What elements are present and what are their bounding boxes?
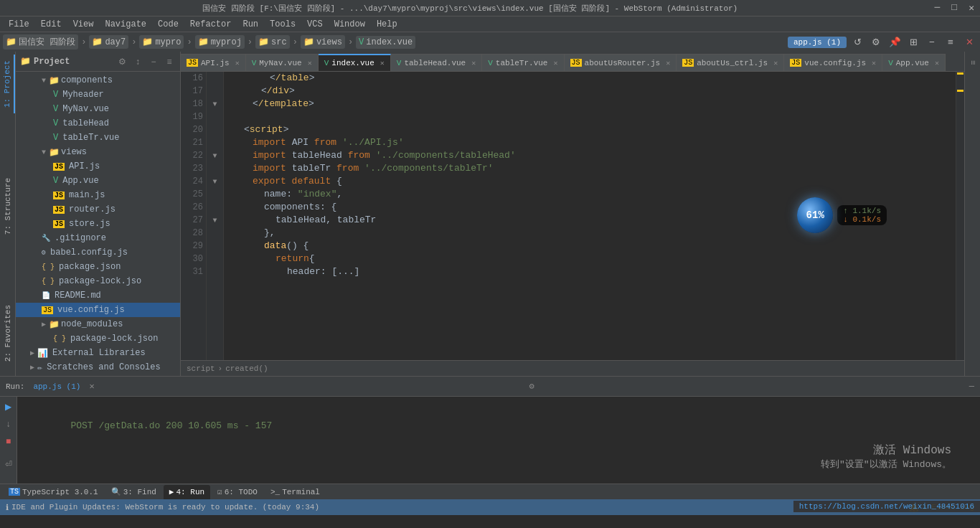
tree-item-tabletr[interactable]: V tableTr.vue xyxy=(16,131,180,145)
nav-collapse-btn[interactable]: − xyxy=(924,34,940,50)
menu-code[interactable]: Code xyxy=(152,16,184,32)
menu-run[interactable]: Run xyxy=(237,16,264,32)
md-icon: 📄 xyxy=(42,291,50,300)
tree-item-packagejson[interactable]: { } package.json xyxy=(16,260,180,274)
sidebar-tab-structure[interactable]: 7: Structure xyxy=(1,172,14,240)
menu-window[interactable]: Window xyxy=(329,16,371,32)
tab-close-aboutusrouter[interactable]: ✕ xyxy=(666,59,670,67)
panel-more-btn[interactable]: ≡ xyxy=(163,55,176,68)
run-close-btn[interactable]: ✕ xyxy=(89,381,94,392)
tab-mynav[interactable]: V MyNav.vue ✕ xyxy=(246,54,319,71)
tab-appvue[interactable]: V App.vue ✕ xyxy=(882,54,946,71)
active-file-badge[interactable]: app.js (1) xyxy=(788,37,847,48)
tab-close-mynav[interactable]: ✕ xyxy=(308,59,312,67)
bottom-tab-find[interactable]: 🔍 3: Find xyxy=(105,485,162,499)
status-update-msg[interactable]: ℹ IDE and Plugin Updates: WebStorm is re… xyxy=(6,503,319,512)
tree-item-appvue[interactable]: V App.vue xyxy=(16,174,180,188)
tab-indexvue[interactable]: V index.vue ✕ xyxy=(319,54,391,71)
bc-created[interactable]: created() xyxy=(225,364,268,373)
tree-item-nodemodules[interactable]: ▶ 📁 node_modules xyxy=(16,317,180,331)
run-scroll-btn[interactable]: ↓ xyxy=(1,417,16,431)
menu-file[interactable]: File xyxy=(3,16,35,32)
run-settings-btn[interactable]: ⚙ xyxy=(529,381,534,392)
nav-crumb-root[interactable]: 📁 国信安 四阶段 xyxy=(3,34,78,50)
menu-tools[interactable]: Tools xyxy=(264,16,301,32)
run-gear2-btn[interactable]: — xyxy=(969,382,974,392)
run-stop-btn[interactable]: ■ xyxy=(1,434,16,448)
tab-tabletr[interactable]: V tableTr.vue ✕ xyxy=(482,54,564,71)
tab-close-vueconfig[interactable]: ✕ xyxy=(872,59,876,67)
menu-refactor[interactable]: Refactor xyxy=(184,16,237,32)
tab-aboutusrouter[interactable]: JS aboutUsRouter.js ✕ xyxy=(565,54,677,71)
tree-item-gitignore[interactable]: 🔧 .gitignore xyxy=(16,231,180,245)
run-restart-btn[interactable]: ▶ xyxy=(1,400,16,414)
run-tab[interactable]: app.js (1) xyxy=(30,382,83,391)
bottom-tab-typescript[interactable]: TS TypeScript 3.0.1 xyxy=(3,485,104,499)
bottom-tab-run[interactable]: ▶ 4: Run xyxy=(164,485,210,499)
nav-close-btn[interactable]: ✕ xyxy=(961,34,977,50)
tab-close-aboutusctrl[interactable]: ✕ xyxy=(773,59,778,67)
maximize-button[interactable]: □ xyxy=(951,2,957,14)
fold-24[interactable]: ▼ xyxy=(207,149,223,162)
tab-apijs[interactable]: JS API.js ✕ xyxy=(181,54,246,71)
fold-20[interactable]: ▼ xyxy=(207,98,223,110)
tree-item-extlibs[interactable]: ▶ 📊 External Libraries xyxy=(16,346,180,360)
nav-pin-btn[interactable]: 📌 xyxy=(887,34,903,50)
tree-item-tablehead[interactable]: V tableHead xyxy=(16,116,180,131)
minimize-button[interactable]: ─ xyxy=(935,2,941,14)
menu-navigate[interactable]: Navigate xyxy=(99,16,152,32)
menu-view[interactable]: View xyxy=(67,16,100,32)
fold-29[interactable]: ▼ xyxy=(207,214,223,227)
close-button[interactable]: ✕ xyxy=(969,2,974,14)
right-sidebar-btn[interactable]: ≡ xyxy=(966,55,979,71)
tab-tablehead[interactable]: V tableHead.vue ✕ xyxy=(391,54,482,71)
tree-item-apijs[interactable]: JS API.js xyxy=(16,159,180,174)
menu-vcs[interactable]: VCS xyxy=(301,16,329,32)
tree-item-scratches[interactable]: ▶ ✏ Scratches and Consoles xyxy=(16,360,180,374)
sidebar-tab-favorites[interactable]: 2: Favorites xyxy=(1,299,14,367)
tree-item-storejs[interactable]: JS store.js xyxy=(16,217,180,231)
tree-item-components[interactable]: ▼ 📁 components xyxy=(16,73,180,88)
tree-item-mainjs[interactable]: JS main.js xyxy=(16,188,180,202)
tree-item-routerjs[interactable]: JS router.js xyxy=(16,202,180,217)
nav-crumb-day7[interactable]: 📁 day7 xyxy=(89,35,128,49)
nav-crumb-indexvue[interactable]: V index.vue xyxy=(356,36,415,49)
panel-sync-btn[interactable]: ↕ xyxy=(131,55,144,68)
tab-close-tabletr[interactable]: ✕ xyxy=(553,59,557,67)
run-wrap-btn[interactable]: ⏎ xyxy=(1,457,16,471)
folder-icon: 📁 xyxy=(258,37,269,47)
nav-more-btn[interactable]: ≡ xyxy=(943,34,958,50)
tree-item-vueconfig[interactable]: JS vue.config.js xyxy=(16,303,180,317)
panel-collapse-btn[interactable]: − xyxy=(147,55,160,68)
tree-item-myheader[interactable]: V Myheader xyxy=(16,88,180,102)
bottom-tab-terminal[interactable]: >_ Terminal xyxy=(265,485,326,499)
bc-script[interactable]: script xyxy=(187,364,215,373)
tree-item-readme[interactable]: 📄 README.md xyxy=(16,288,180,303)
tab-close-apijs[interactable]: ✕ xyxy=(235,59,240,67)
nav-crumb-myproj[interactable]: 📁 myproj xyxy=(195,35,245,49)
tree-item-packagelock[interactable]: { } package-lock.jso xyxy=(16,274,180,288)
tab-close-tablehead[interactable]: ✕ xyxy=(471,59,476,67)
menu-help[interactable]: Help xyxy=(371,16,403,32)
fold-26[interactable]: ▼ xyxy=(207,175,223,188)
tab-vueconfig[interactable]: JS vue.config.js ✕ xyxy=(784,54,882,71)
bottom-tab-todo[interactable]: ☑ 6: TODO xyxy=(212,485,263,499)
panel-gear-btn[interactable]: ⚙ xyxy=(116,55,128,68)
nav-expand-btn[interactable]: ⊞ xyxy=(905,34,921,50)
nav-crumb-mypro[interactable]: 📁 mypro xyxy=(139,35,184,49)
menu-edit[interactable]: Edit xyxy=(35,16,67,32)
nav-crumb-views[interactable]: 📁 views xyxy=(301,35,345,49)
tree-item-mynav[interactable]: V MyNav.vue xyxy=(16,102,180,116)
tree-item-babelconfig[interactable]: ⚙ babel.config.js xyxy=(16,245,180,260)
sidebar-tab-project[interactable]: 1: Project xyxy=(1,55,15,113)
tab-close-indexvue[interactable]: ✕ xyxy=(380,59,385,67)
tab-close-appvue[interactable]: ✕ xyxy=(935,59,939,67)
nav-settings-btn[interactable]: ⚙ xyxy=(868,34,884,50)
fold-18[interactable] xyxy=(207,72,223,85)
nav-refresh-btn[interactable]: ↺ xyxy=(849,34,865,50)
line-num-20: 20 xyxy=(184,123,203,136)
tab-aboutusctrl[interactable]: JS aboutUs_ctrl.js ✕ xyxy=(677,54,784,71)
nav-crumb-src[interactable]: 📁 src xyxy=(255,35,290,49)
tree-item-packagelockjson[interactable]: { } package-lock.json xyxy=(16,331,180,346)
tree-item-views[interactable]: ▼ 📁 views xyxy=(16,145,180,159)
